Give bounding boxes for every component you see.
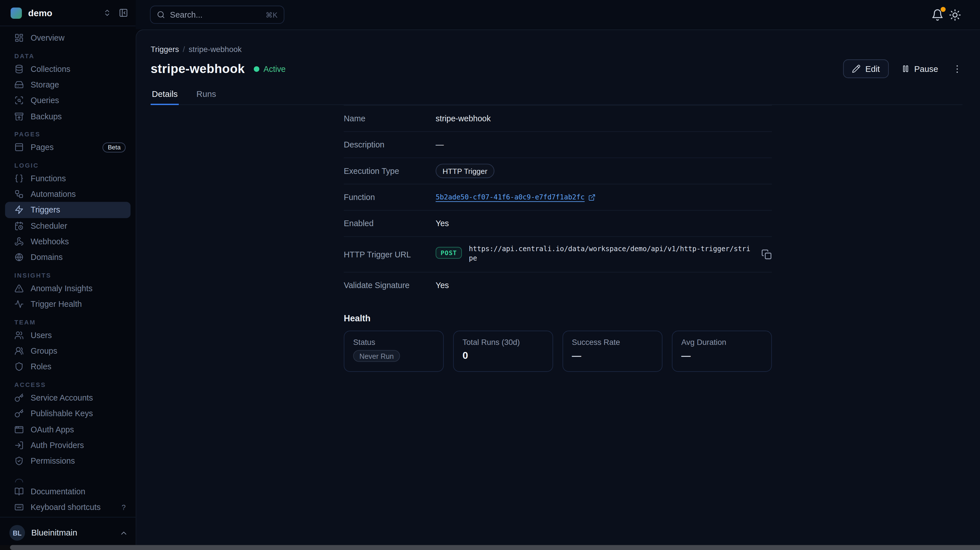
sidebar: demo OverviewDATACollectionsStorageQueri… [0,0,135,545]
sidebar-item-functions[interactable]: Functions [5,170,131,186]
topbar: Search... ⌘K [135,0,980,29]
tabs: Details Runs [151,86,963,105]
detail-row-http-trigger-url: HTTP Trigger URLPOSThttps://api.centrali… [344,237,772,272]
sidebar-item-label: Trigger Health [31,299,82,309]
sidebar-item-auth-providers[interactable]: Auth Providers [5,437,131,453]
pause-button[interactable]: Pause [897,59,942,78]
calendar-clock-icon [14,221,24,230]
book-open-icon [14,486,24,496]
globe-icon [14,253,24,262]
sidebar-item-label: Functions [31,173,66,183]
sidebar-item-label: Roles [31,362,51,372]
sidebar-item-collections[interactable]: Collections [5,61,131,77]
nav-section-label-insights: INSIGHTS [5,272,131,279]
horizontal-scrollbar[interactable] [0,545,980,550]
sidebar-item-label: Triggers [31,205,60,215]
detail-label: Execution Type [344,166,436,176]
chevrons-up-down-icon[interactable] [103,9,111,17]
more-vertical-icon[interactable] [952,64,963,74]
sidebar-item-groups[interactable]: Groups [5,343,131,359]
sidebar-footer-links: DocumentationKeyboard shortcuts? [5,483,131,515]
sidebar-item-anomaly-insights[interactable]: Anomaly Insights [5,280,131,296]
url-value: https://api.centrali.io/data/workspace/d… [469,245,751,263]
breadcrumb-parent[interactable]: Triggers [151,45,179,54]
execution-type-badge: HTTP Trigger [436,164,494,178]
never-run-badge: Never Run [353,350,400,362]
user-menu[interactable]: BL Blueinitmain [10,525,128,541]
sidebar-item-label: Scheduler [31,221,67,230]
chevron-up-icon [119,528,128,537]
sidebar-item-queries[interactable]: Queries [5,92,131,108]
detail-label: HTTP Trigger URL [344,250,436,259]
sidebar-item-service-accounts[interactable]: Service Accounts [5,390,131,406]
card-value: — [572,350,653,361]
status-dot [253,66,259,72]
sidebar-item-label: Auth Providers [31,440,84,450]
detail-value: — [436,140,444,149]
sidebar-item-backups[interactable]: Backups [5,108,131,124]
tab-details[interactable]: Details [151,86,179,104]
sidebar-item-label: Documentation [31,486,85,496]
sidebar-item-pages[interactable]: PagesBeta [5,139,131,155]
panel-left-close-icon[interactable] [119,8,128,17]
sidebar-item-documentation[interactable]: Documentation [5,483,131,499]
card-value: — [681,350,762,361]
scrollbar-thumb[interactable] [10,545,980,550]
sidebar-item-domains[interactable]: Domains [5,250,131,265]
sidebar-item-oauth-apps[interactable]: OAuth Apps [5,421,131,437]
sidebar-item-label: Overview [31,33,65,43]
detail-row-name: Namestripe-webhook [344,106,772,132]
sidebar-item-permissions[interactable]: Permissions [5,453,131,469]
sidebar-item-label: Publishable Keys [31,409,93,418]
sidebar-item-trigger-health[interactable]: Trigger Health [5,296,131,312]
sidebar-item-label: Queries [31,96,59,105]
function-id: 5b2ade50-cf07-41f6-a0c9-e7fd7f1ab2fc [436,193,585,202]
database-icon [14,64,24,73]
sidebar-item-label: Backups [31,112,62,121]
edit-button[interactable]: Edit [843,59,888,78]
shield-check-icon [14,456,24,466]
detail-label: Enabled [344,219,436,228]
sidebar-item-keyboard-shortcuts[interactable]: Keyboard shortcuts? [5,499,131,515]
sidebar-item-scheduler[interactable]: Scheduler [5,218,131,234]
app-root: demo OverviewDATACollectionsStorageQueri… [0,0,980,550]
detail-label: Name [344,114,436,123]
sidebar-item-automations[interactable]: Automations [5,186,131,202]
card-label: Success Rate [572,338,653,347]
sidebar-item-users[interactable]: Users [5,327,131,343]
sidebar-nav: OverviewDATACollectionsStorageQueriesBac… [5,30,131,479]
content-panel: Triggers/stripe-webhook stripe-webhook A… [135,29,980,545]
card-label: Status [353,338,434,347]
health-card-success-rate: Success Rate— [563,331,662,372]
sidebar-item-label: Pages [31,143,54,152]
nav-section-label-access: ACCESS [5,381,131,388]
health-cards: StatusNever RunTotal Runs (30d)0Success … [344,331,963,372]
sidebar-item-roles[interactable]: Roles [5,359,131,375]
bell-icon[interactable] [931,8,943,21]
search-input[interactable]: Search... ⌘K [150,6,285,24]
webhook-icon [14,237,24,246]
sidebar-item-label: Webhooks [31,237,69,246]
detail-row-description: Description— [344,132,772,158]
function-link[interactable]: 5b2ade50-cf07-41f6-a0c9-e7fd7f1ab2fc [436,193,596,202]
breadcrumb: Triggers/stripe-webhook [151,45,963,54]
copy-icon[interactable] [761,249,772,260]
clipped-nav-item-fragment [15,479,23,482]
sidebar-item-label: Anomaly Insights [31,284,93,293]
scan-search-icon [14,96,24,105]
breadcrumb-current: stripe-webhook [189,45,242,54]
sun-icon[interactable] [949,8,961,21]
sidebar-item-publishable-keys[interactable]: Publishable Keys [5,406,131,421]
sidebar-item-triggers[interactable]: Triggers [5,202,131,218]
sidebar-item-webhooks[interactable]: Webhooks [5,234,131,250]
tab-runs[interactable]: Runs [195,86,218,104]
card-label: Avg Duration [681,338,762,347]
beta-badge: Beta [103,142,126,152]
page-title: stripe-webhook [151,62,245,76]
sidebar-item-storage[interactable]: Storage [5,77,131,92]
sidebar-item-label: Automations [31,189,76,199]
zap-icon [14,205,24,215]
detail-row-validate-signature: Validate SignatureYes [344,272,772,298]
sidebar-item-overview[interactable]: Overview [5,30,131,46]
detail-value: stripe-webhook [436,114,491,123]
